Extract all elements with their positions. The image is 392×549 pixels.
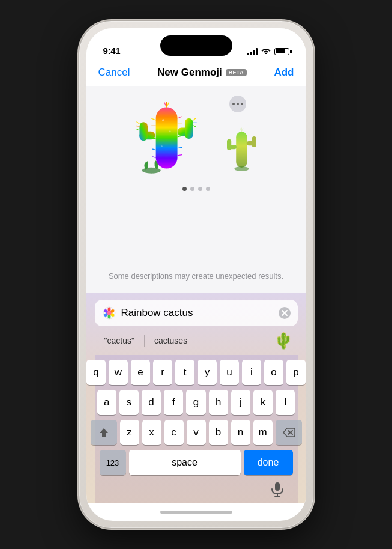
svg-line-16 [152,157,155,157]
svg-rect-30 [227,139,231,150]
done-button[interactable]: done [244,450,293,475]
svg-line-19 [177,136,181,137]
clear-button[interactable] [279,307,291,319]
key-m[interactable]: m [253,420,273,445]
key-o[interactable]: o [264,360,283,385]
phone-frame: 9:41 [79,21,313,528]
svg-line-12 [151,118,155,120]
keyboard-bottom-row: 123 space done [97,450,295,479]
svg-line-21 [177,155,181,156]
shift-button[interactable] [91,420,117,445]
dynamic-island [160,35,232,56]
key-f[interactable]: f [164,390,183,415]
numbers-button[interactable]: 123 [100,450,126,475]
emoji-preview-area: Some descriptions may create unexpected … [86,86,306,293]
autocomplete-item-2[interactable]: cactuses [145,331,197,350]
wifi-icon [261,47,271,56]
home-bar [160,511,232,514]
svg-rect-50 [275,482,280,491]
key-j[interactable]: j [231,390,250,415]
nav-title: New Genmoji BETA [157,67,247,79]
key-c[interactable]: c [164,420,184,445]
cancel-button[interactable]: Cancel [98,67,130,79]
key-r[interactable]: r [153,360,172,385]
more-dots-icon [232,103,243,105]
microphone-icon [271,482,284,497]
delete-button[interactable] [276,420,302,445]
svg-point-25 [162,119,164,121]
key-l[interactable]: l [276,390,295,415]
key-u[interactable]: u [220,360,239,385]
page-title: New Genmoji [157,67,222,79]
svg-line-15 [152,149,155,150]
key-i[interactable]: i [242,360,261,385]
svg-rect-11 [155,107,177,168]
space-button[interactable]: space [129,450,241,475]
key-a[interactable]: a [97,390,116,415]
svg-point-39 [107,308,110,312]
content-area: Cancel New Genmoji BETA Add [86,61,306,521]
beta-badge: BETA [226,69,247,76]
svg-rect-7 [184,118,193,139]
status-time: 9:41 [103,46,121,56]
page-dot-1[interactable] [182,187,187,191]
svg-point-45 [107,311,111,315]
search-input-wrap[interactable]: Rainbow cactus [95,300,298,326]
key-b[interactable]: b [209,420,228,445]
svg-line-17 [177,117,181,118]
autocomplete-item-1[interactable]: "cactus" [95,331,144,350]
key-t[interactable]: t [175,360,194,385]
keyboard: q w e r t y u i o p a s [95,355,298,503]
svg-line-3 [136,122,139,124]
page-dot-4[interactable] [206,187,210,191]
genmoji-icon [102,306,116,320]
bottom-sheet: Rainbow cactus "cactus" cactuses 🌵 [86,293,306,503]
shift-icon [98,427,109,438]
key-s[interactable]: s [119,390,139,415]
page-dot-3[interactable] [198,187,202,191]
emoji-grid [86,92,306,182]
keyboard-row-1: q w e r t y u i o p [97,360,295,385]
more-button[interactable] [229,96,246,112]
key-k[interactable]: k [253,390,273,415]
page-indicator [182,187,210,191]
svg-point-26 [169,130,170,132]
key-z[interactable]: z [120,420,139,445]
page-dot-2[interactable] [190,187,194,191]
svg-point-27 [161,145,162,147]
key-g[interactable]: g [186,390,205,415]
battery-icon [274,48,289,55]
keyboard-row-2: a s d f g h j k l [97,390,295,415]
phone-screen: 9:41 [86,28,306,521]
key-q[interactable]: q [86,360,106,385]
key-p[interactable]: p [286,360,306,385]
key-e[interactable]: e [131,360,150,385]
svg-point-0 [142,168,160,174]
microphone-button[interactable] [269,481,286,498]
cactus-main-emoji[interactable] [127,98,205,176]
cactus-small-emoji[interactable] [217,122,265,170]
key-x[interactable]: x [142,420,161,445]
autocomplete-emoji[interactable]: 🌵 [274,332,298,350]
clear-icon [281,309,288,317]
svg-rect-28 [236,132,247,168]
key-y[interactable]: y [198,360,217,385]
autocomplete-bar: "cactus" cactuses 🌵 [95,331,298,355]
key-w[interactable]: w [109,360,128,385]
search-input[interactable]: Rainbow cactus [121,307,274,319]
key-d[interactable]: d [142,390,161,415]
key-h[interactable]: h [209,390,228,415]
svg-line-5 [136,129,139,130]
svg-line-4 [136,126,139,126]
key-v[interactable]: v [187,420,206,445]
svg-rect-32 [252,136,256,147]
svg-point-42 [107,315,110,319]
home-indicator [86,503,306,521]
signal-icon [247,48,258,55]
status-bar: 9:41 [86,28,306,61]
svg-line-8 [193,118,196,120]
keyboard-row-3: z x c v b n m [97,420,295,445]
key-n[interactable]: n [231,420,250,445]
delete-icon [283,428,295,437]
add-button[interactable]: Add [274,67,294,79]
